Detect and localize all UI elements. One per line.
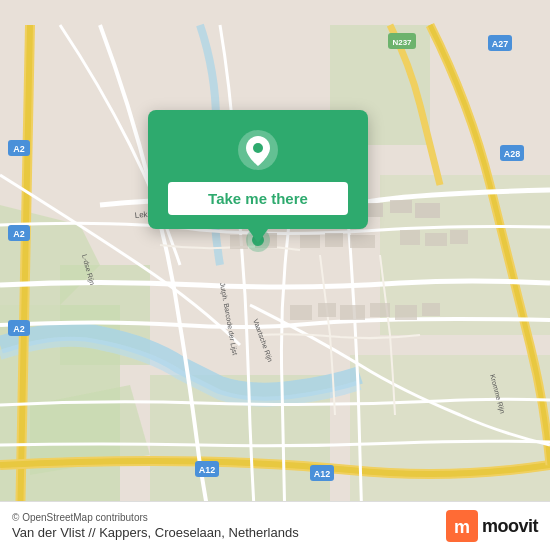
svg-rect-49: [318, 303, 336, 317]
svg-rect-50: [340, 305, 365, 320]
svg-text:Lek: Lek: [134, 210, 149, 220]
svg-rect-47: [450, 230, 468, 244]
map-container: A2 A2 A2 A12 A12 A27 A28 N237 Lek L-dse …: [0, 0, 550, 550]
popup-card: Take me there: [148, 110, 368, 229]
svg-rect-44: [350, 235, 375, 248]
map-svg: A2 A2 A2 A12 A12 A27 A28 N237 Lek L-dse …: [0, 0, 550, 550]
svg-text:A28: A28: [504, 149, 521, 159]
svg-rect-38: [390, 200, 412, 213]
svg-text:A12: A12: [199, 465, 216, 475]
bottom-bar: © OpenStreetMap contributors Van der Vli…: [0, 501, 550, 550]
attribution-text: © OpenStreetMap contributors: [12, 512, 299, 523]
svg-text:A2: A2: [13, 229, 25, 239]
svg-rect-48: [290, 305, 312, 320]
location-pin-icon: [236, 128, 280, 172]
bottom-left-info: © OpenStreetMap contributors Van der Vli…: [12, 512, 299, 540]
location-name: Van der Vlist // Kappers, Croeselaan, Ne…: [12, 525, 299, 540]
moovit-brand-text: moovit: [482, 516, 538, 537]
svg-rect-45: [400, 230, 420, 245]
take-me-there-button[interactable]: Take me there: [168, 182, 348, 215]
svg-rect-52: [395, 305, 417, 320]
svg-text:A12: A12: [314, 469, 331, 479]
svg-rect-39: [415, 203, 440, 218]
svg-rect-43: [325, 233, 343, 247]
svg-point-57: [253, 143, 263, 153]
moovit-icon: m: [446, 510, 478, 542]
svg-text:A27: A27: [492, 39, 509, 49]
svg-rect-51: [370, 303, 390, 317]
svg-text:m: m: [454, 517, 470, 537]
svg-text:A2: A2: [13, 324, 25, 334]
svg-rect-46: [425, 233, 447, 246]
svg-rect-53: [422, 303, 440, 316]
svg-rect-40: [230, 235, 248, 249]
svg-text:A2: A2: [13, 144, 25, 154]
svg-text:N237: N237: [392, 38, 412, 47]
moovit-logo: m moovit: [446, 510, 538, 542]
svg-rect-42: [300, 235, 320, 248]
